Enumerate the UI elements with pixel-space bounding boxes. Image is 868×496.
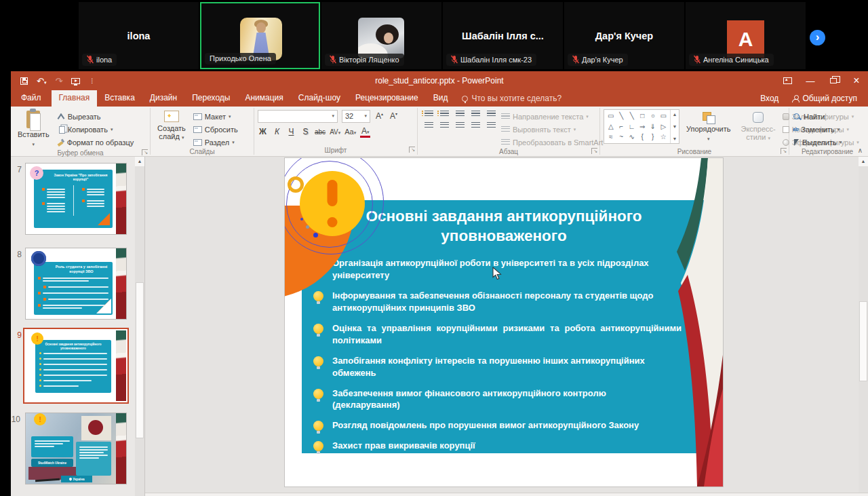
person-icon bbox=[792, 95, 799, 102]
minimize-button[interactable]: — bbox=[799, 71, 822, 90]
line-spacing-button[interactable] bbox=[487, 111, 496, 117]
scrollbar-thumb[interactable] bbox=[859, 301, 867, 381]
align-center-button[interactable] bbox=[440, 122, 449, 129]
participant-tile-synytska[interactable]: A Ангеліна Синицька bbox=[686, 2, 806, 69]
next-participants-page-button[interactable]: › bbox=[810, 30, 825, 45]
participant-tile-ilona[interactable]: ilona ilona bbox=[79, 2, 199, 69]
layout-button[interactable]: Макет▾ bbox=[193, 111, 238, 121]
lightbulb-bullet-icon bbox=[313, 324, 323, 334]
tab-home[interactable]: Главная bbox=[52, 90, 98, 107]
tab-view[interactable]: Вид bbox=[426, 90, 456, 107]
align-right-button[interactable] bbox=[456, 122, 465, 129]
tab-file[interactable]: Файл bbox=[11, 90, 52, 107]
strikethrough-button[interactable]: abc bbox=[315, 128, 326, 136]
convert-smartart-button[interactable]: Преобразовать в SmartArt▾ bbox=[501, 137, 608, 147]
underline-button[interactable]: Ч bbox=[286, 127, 296, 136]
font-color-button[interactable]: А▾ bbox=[360, 126, 370, 138]
bullets-button[interactable] bbox=[425, 111, 433, 117]
slide-8-thumbnail[interactable]: Роль студента у запобіганні корупції ЗВО bbox=[26, 248, 126, 319]
tab-slideshow[interactable]: Слайд-шоу bbox=[291, 90, 348, 107]
thumbnail-scrollbar[interactable]: ▲ bbox=[135, 157, 144, 496]
section-button[interactable]: Раздел▾ bbox=[193, 137, 238, 147]
italic-button[interactable]: К bbox=[272, 127, 282, 136]
participant-label: Шабалін Ілля смк-23 bbox=[446, 54, 536, 66]
change-case-button[interactable]: Aa▾ bbox=[344, 128, 356, 136]
shape-icons: ▭╲╲□○▭ △⌐∟⇒⇓▷ ≈~∿{}☆ bbox=[604, 110, 670, 143]
ribbon-tab-row: Файл Главная Вставка Дизайн Переходы Ани… bbox=[11, 90, 868, 107]
mic-muted-icon bbox=[694, 55, 701, 64]
tab-review[interactable]: Рецензирование bbox=[348, 90, 426, 107]
quick-styles-icon bbox=[753, 112, 764, 123]
increase-indent-button[interactable] bbox=[471, 111, 480, 117]
bold-button[interactable]: Ж bbox=[258, 127, 268, 136]
align-left-button[interactable] bbox=[425, 122, 433, 129]
decrease-indent-button[interactable] bbox=[456, 111, 465, 117]
reset-button[interactable]: Сбросить bbox=[193, 124, 238, 134]
slide-9-thumbnail-selected[interactable]: Основні завдання антикорупційного уповно… bbox=[23, 328, 129, 404]
justify-button[interactable] bbox=[471, 122, 480, 129]
select-button[interactable]: Выделить▾ bbox=[793, 137, 842, 147]
font-size-combo[interactable]: 32▾ bbox=[342, 110, 370, 123]
tab-transitions[interactable]: Переходы bbox=[184, 90, 237, 107]
find-button[interactable]: Найти bbox=[793, 111, 842, 121]
flag-ribbon-decoration bbox=[674, 158, 723, 487]
replace-icon: ab bbox=[793, 126, 798, 132]
tab-animations[interactable]: Анимация bbox=[237, 90, 290, 107]
dialog-launcher-icon[interactable]: ↘ bbox=[409, 147, 415, 153]
collapse-ribbon-button[interactable]: ∧ bbox=[858, 147, 863, 154]
columns-button[interactable] bbox=[487, 122, 496, 129]
share-button[interactable]: Общий доступ bbox=[792, 94, 857, 103]
sign-in-button[interactable]: Вход bbox=[760, 94, 778, 103]
gallery-scroll-buttons[interactable]: ▲▼▼ bbox=[670, 110, 679, 143]
lightbulb-bullet-icon bbox=[313, 421, 323, 431]
video-participant-strip: ilona ilona Приходько Олена Вікторія Лящ… bbox=[0, 0, 868, 71]
editor-scrollbar[interactable]: ▲ bbox=[859, 157, 868, 496]
align-text-button[interactable]: Выровнять текст▾ bbox=[501, 124, 608, 134]
mic-muted-icon bbox=[87, 55, 94, 64]
bullet-item: Оцінка та управління корупційними ризика… bbox=[313, 322, 693, 347]
text-shadow-button[interactable]: S bbox=[300, 127, 311, 136]
dialog-launcher-icon[interactable]: ↘ bbox=[142, 149, 148, 155]
arrange-button[interactable]: Упорядочить ▾ bbox=[683, 109, 734, 143]
dialog-launcher-icon[interactable]: ↘ bbox=[591, 148, 597, 154]
paste-icon bbox=[26, 111, 40, 128]
account-area: Вход Общий доступ bbox=[760, 90, 868, 107]
slide-10-thumbnail[interactable]: StudWatch Ukraine Україна ! bbox=[26, 413, 126, 484]
font-name-combo[interactable]: ▾ bbox=[258, 110, 338, 123]
slide-decoration bbox=[116, 248, 126, 319]
scrollbar-thumb[interactable] bbox=[136, 282, 144, 438]
slide-canvas[interactable]: Основні завдання антикорупційного уповно… bbox=[285, 158, 723, 487]
shrink-font-button[interactable]: А▾ bbox=[389, 111, 399, 121]
scroll-up-arrow[interactable]: ▲ bbox=[859, 157, 868, 166]
numbering-button[interactable] bbox=[440, 111, 449, 117]
text-direction-button[interactable]: Направление текста▾ bbox=[501, 111, 608, 121]
ribbon-display-options-button[interactable] bbox=[776, 71, 799, 90]
participant-tile-liashchenko[interactable]: Вікторія Лященко bbox=[321, 2, 441, 69]
tell-me-box[interactable]: Что вы хотите сделать? bbox=[455, 90, 568, 107]
character-spacing-button[interactable]: AV▾ bbox=[330, 128, 340, 136]
group-clipboard: Вставить ▾ Вырезать Копировать ▾ bbox=[11, 107, 150, 156]
tab-insert[interactable]: Вставка bbox=[97, 90, 142, 107]
participant-tile-prikhodko-active-speaker[interactable]: Приходько Олена bbox=[200, 2, 320, 69]
new-slide-button[interactable]: Создатьслайд ▾ bbox=[154, 109, 189, 142]
participant-tile-shabalin[interactable]: Шабалін Ілля с... Шабалін Ілля смк-23 bbox=[443, 2, 563, 69]
shapes-gallery[interactable]: ▭╲╲□○▭ △⌐∟⇒⇓▷ ≈~∿{}☆ ▲▼▼ bbox=[604, 109, 679, 144]
dialog-launcher-icon[interactable]: ↘ bbox=[781, 148, 787, 154]
participant-name: Шабалін Ілля с... bbox=[443, 31, 563, 41]
cut-button[interactable]: Вырезать bbox=[57, 111, 134, 121]
quick-styles-button[interactable]: Экспресс-стили ▾ bbox=[737, 109, 778, 142]
format-painter-button[interactable]: Формат по образцу bbox=[57, 137, 134, 147]
participant-name: ilona bbox=[79, 31, 199, 41]
replace-button[interactable]: ab Заменить▾ bbox=[793, 124, 842, 134]
restore-button[interactable] bbox=[822, 71, 845, 90]
paste-button[interactable]: Вставить ▾ bbox=[14, 109, 53, 149]
copy-button[interactable]: Копировать ▾ bbox=[57, 124, 134, 134]
scroll-up-arrow[interactable]: ▲ bbox=[135, 157, 144, 166]
tab-design[interactable]: Дизайн bbox=[142, 90, 184, 107]
participant-label: ilona bbox=[82, 54, 117, 66]
close-button[interactable]: × bbox=[845, 71, 868, 90]
grow-font-button[interactable]: А▴ bbox=[374, 111, 384, 121]
slide-7-thumbnail[interactable]: Закон України "Про запобігання корупції" bbox=[26, 164, 126, 234]
participant-tile-kucher[interactable]: Дар'я Кучер Дар'я Кучер bbox=[564, 2, 684, 69]
slides-group-label: Слайды bbox=[151, 147, 254, 156]
